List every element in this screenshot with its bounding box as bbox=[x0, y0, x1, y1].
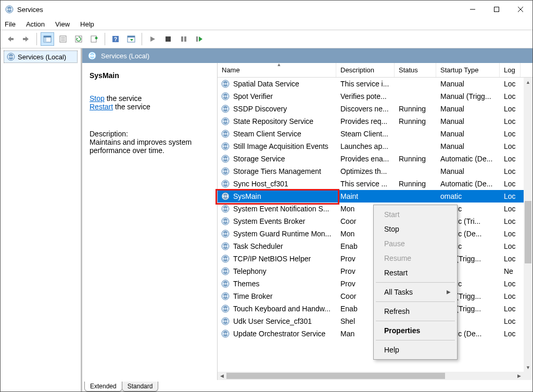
maximize-button[interactable] bbox=[485, 2, 509, 17]
description-label: Description: bbox=[90, 130, 210, 138]
pane-header: Services (Local) bbox=[82, 48, 532, 63]
service-name: System Guard Runtime Mon... bbox=[233, 230, 331, 238]
tab-extended[interactable]: Extended bbox=[84, 382, 122, 391]
service-logon: Loc bbox=[500, 315, 521, 327]
scroll-up-icon[interactable]: ▲ bbox=[524, 78, 532, 86]
service-row[interactable]: Still Image Acquisition EventsLaunches a… bbox=[218, 140, 532, 153]
service-name: System Event Notification S... bbox=[233, 205, 329, 213]
horizontal-scrollbar[interactable]: ◀ ▶ bbox=[218, 372, 524, 380]
service-name: Still Image Acquisition Events bbox=[233, 142, 328, 150]
service-startup: Automatic (De... bbox=[436, 153, 500, 165]
scroll-right-icon[interactable]: ▶ bbox=[515, 372, 524, 380]
service-row[interactable]: Spot VerifierVerifies pote...Manual (Tri… bbox=[218, 90, 532, 103]
service-logon: Loc bbox=[500, 215, 521, 227]
properties-button[interactable] bbox=[56, 32, 70, 46]
ctx-refresh[interactable]: Refresh bbox=[375, 304, 456, 319]
main-pane: Services (Local) SysMain Stop the servic… bbox=[81, 48, 532, 391]
vertical-scrollbar[interactable]: ▲ ▼ bbox=[524, 78, 532, 372]
ctx-help[interactable]: Help bbox=[375, 343, 456, 357]
description-text: Maintains and improves system performanc… bbox=[90, 138, 210, 155]
scroll-thumb[interactable] bbox=[525, 201, 531, 263]
col-startup[interactable]: Startup Type bbox=[436, 63, 500, 77]
ctx-restart[interactable]: Restart bbox=[375, 265, 456, 280]
service-status: Running bbox=[395, 115, 436, 128]
service-name: SSDP Discovery bbox=[233, 105, 287, 113]
col-status[interactable]: Status bbox=[395, 63, 436, 77]
show-hide-action-pane-button[interactable] bbox=[124, 32, 138, 46]
col-description[interactable]: Description bbox=[336, 63, 395, 77]
stop-service-button[interactable] bbox=[161, 32, 175, 46]
refresh-button[interactable] bbox=[72, 32, 85, 46]
tab-standard[interactable]: Standard bbox=[122, 382, 159, 391]
service-logon: Loc bbox=[500, 240, 521, 252]
scroll-thumb-h[interactable] bbox=[226, 373, 445, 379]
gear-icon bbox=[221, 304, 230, 313]
ctx-all-tasks[interactable]: All Tasks▶ bbox=[375, 285, 456, 299]
back-button[interactable] bbox=[4, 32, 17, 46]
gear-icon bbox=[87, 51, 97, 60]
tree-item-services-local[interactable]: Services (Local) bbox=[4, 50, 78, 63]
service-logon: Loc bbox=[500, 178, 521, 190]
menu-help[interactable]: Help bbox=[80, 20, 94, 28]
service-name: Telephony bbox=[233, 267, 266, 275]
toolbar: ? bbox=[1, 30, 532, 48]
titlebar: Services bbox=[1, 1, 532, 18]
service-logon: Loc bbox=[500, 277, 521, 290]
service-row[interactable]: State Repository ServiceProvides req...R… bbox=[218, 115, 532, 128]
menu-view[interactable]: View bbox=[55, 20, 70, 28]
minimize-button[interactable] bbox=[461, 2, 485, 17]
service-description: Discovers ne... bbox=[336, 103, 395, 115]
service-name: State Repository Service bbox=[233, 117, 313, 125]
start-service-button[interactable] bbox=[146, 32, 159, 46]
ctx-properties[interactable]: Properties bbox=[375, 323, 456, 338]
service-row[interactable]: Sync Host_cf301This service ...RunningAu… bbox=[218, 178, 532, 190]
stop-link[interactable]: Stop bbox=[90, 94, 105, 103]
gear-icon bbox=[221, 242, 230, 251]
service-row[interactable]: SSDP DiscoveryDiscovers ne...RunningManu… bbox=[218, 103, 532, 115]
service-name: Spot Verifier bbox=[233, 92, 273, 100]
menu-file[interactable]: File bbox=[5, 20, 16, 28]
service-row[interactable]: Storage ServiceProvides ena...RunningAut… bbox=[218, 153, 532, 165]
service-status bbox=[395, 78, 436, 90]
service-name: Task Scheduler bbox=[233, 242, 283, 250]
gear-icon bbox=[221, 204, 230, 213]
service-row[interactable]: Storage Tiers ManagementOptimizes th...M… bbox=[218, 165, 532, 178]
service-status: Running bbox=[395, 153, 436, 165]
service-status bbox=[395, 190, 436, 203]
service-logon: Loc bbox=[500, 190, 521, 203]
scroll-left-icon[interactable]: ◀ bbox=[218, 372, 226, 380]
gear-icon bbox=[221, 179, 230, 188]
col-name[interactable]: Name▲ bbox=[218, 63, 336, 77]
pause-service-button[interactable] bbox=[177, 32, 191, 46]
service-status bbox=[395, 165, 436, 178]
col-logon[interactable]: Log bbox=[500, 63, 521, 77]
help-button[interactable]: ? bbox=[109, 32, 122, 46]
service-name: Time Broker bbox=[233, 292, 273, 300]
service-row[interactable]: Steam Client ServiceSteam Client...Manua… bbox=[218, 128, 532, 140]
close-button[interactable] bbox=[509, 2, 532, 17]
service-status bbox=[395, 90, 436, 103]
service-row[interactable]: SysMainMaintomaticLoc bbox=[218, 190, 532, 203]
service-description: This service ... bbox=[336, 178, 395, 190]
service-logon: Ne bbox=[500, 265, 521, 277]
service-logon: Loc bbox=[500, 302, 521, 315]
restart-service-button[interactable] bbox=[193, 32, 206, 46]
ctx-stop[interactable]: Stop bbox=[375, 222, 456, 236]
forward-button[interactable] bbox=[19, 32, 33, 46]
scroll-down-icon[interactable]: ▼ bbox=[524, 363, 532, 372]
service-startup: Manual (Trigg... bbox=[436, 90, 500, 103]
services-window: Services File Action View Help ? bbox=[0, 0, 533, 392]
service-startup: Manual bbox=[436, 140, 500, 153]
service-row[interactable]: Spatial Data ServiceThis service i...Man… bbox=[218, 78, 532, 90]
menu-action[interactable]: Action bbox=[26, 20, 45, 28]
gear-icon bbox=[221, 142, 230, 151]
gear-icon bbox=[221, 279, 230, 288]
show-hide-tree-button[interactable] bbox=[41, 32, 54, 46]
gear-icon bbox=[221, 292, 230, 301]
service-name: Touch Keyboard and Handw... bbox=[233, 305, 331, 313]
gear-icon bbox=[221, 92, 230, 101]
gear-icon bbox=[221, 229, 230, 238]
export-button[interactable] bbox=[87, 32, 101, 46]
svg-rect-21 bbox=[166, 36, 171, 42]
restart-link[interactable]: Restart bbox=[90, 103, 113, 111]
